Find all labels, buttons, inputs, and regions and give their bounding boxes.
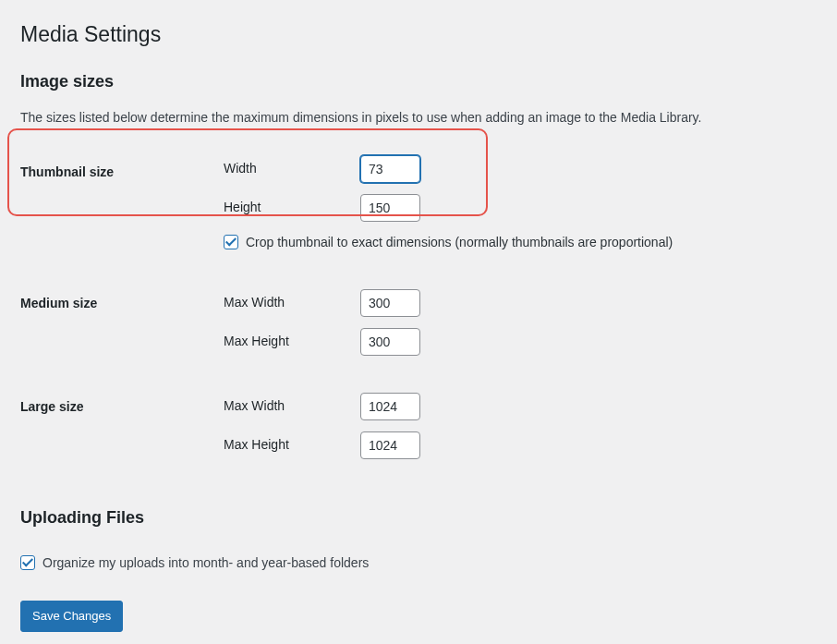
medium-height-label: Max Height bbox=[224, 332, 360, 351]
thumbnail-crop-checkbox[interactable] bbox=[224, 235, 238, 249]
large-size-label: Large size bbox=[20, 365, 224, 468]
image-sizes-heading: Image sizes bbox=[20, 69, 817, 94]
thumbnail-width-input[interactable] bbox=[360, 155, 420, 183]
thumbnail-width-label: Width bbox=[224, 159, 360, 178]
thumbnail-height-input[interactable] bbox=[360, 194, 420, 222]
medium-size-label: Medium size bbox=[20, 261, 224, 365]
medium-width-label: Max Width bbox=[224, 293, 360, 312]
uploading-files-heading: Uploading Files bbox=[20, 505, 817, 530]
page-title: Media Settings bbox=[20, 18, 817, 51]
thumbnail-height-label: Height bbox=[224, 198, 360, 217]
thumbnail-size-label: Thumbnail size bbox=[20, 146, 224, 261]
image-sizes-description: The sizes listed below determine the max… bbox=[20, 108, 817, 128]
medium-width-input[interactable] bbox=[360, 289, 420, 317]
organize-uploads-label[interactable]: Organize my uploads into month- and year… bbox=[42, 553, 369, 573]
large-height-label: Max Height bbox=[224, 435, 360, 455]
large-width-input[interactable] bbox=[360, 393, 420, 420]
thumbnail-crop-label[interactable]: Crop thumbnail to exact dimensions (norm… bbox=[246, 233, 673, 252]
organize-uploads-checkbox[interactable] bbox=[20, 555, 35, 570]
large-width-label: Max Width bbox=[224, 396, 360, 416]
save-changes-button[interactable]: Save Changes bbox=[20, 601, 123, 633]
medium-height-input[interactable] bbox=[360, 328, 420, 356]
large-height-input[interactable] bbox=[360, 431, 420, 459]
